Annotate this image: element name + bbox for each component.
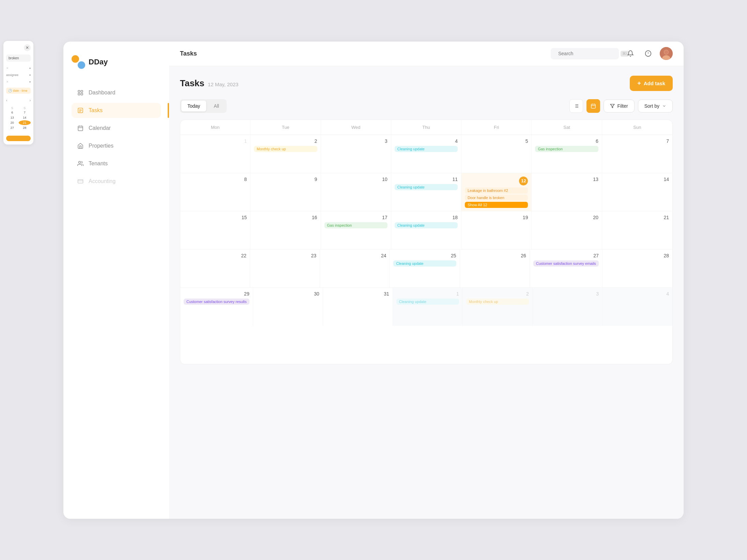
event-survey-results[interactable]: Customer satisfaction survey results	[184, 299, 249, 305]
event-survey-emails[interactable]: Customer satisfaction survey emails	[533, 260, 599, 267]
filter-row-2: assignee ▾	[6, 73, 31, 77]
add-task-button[interactable]: + Add task	[630, 76, 673, 91]
event-gas-inspection-2[interactable]: Gas inspection	[324, 222, 387, 228]
filter-button[interactable]: Filter	[604, 100, 635, 112]
mini-day-28[interactable]: 28	[19, 125, 31, 130]
sidebar-label-calendar: Calendar	[89, 125, 111, 131]
event-cleaning-1[interactable]: Cleaning update	[395, 146, 458, 152]
day-num-19: 19	[465, 215, 528, 220]
sidebar-item-calendar[interactable]: Calendar	[72, 121, 161, 136]
cell-w1-sun: 7	[602, 135, 672, 173]
svg-rect-0	[78, 90, 80, 92]
day-num-4: 4	[395, 138, 458, 144]
cal-prev-button[interactable]: ‹	[6, 99, 7, 102]
cell-w1-thu: 4 Cleaning update	[391, 135, 461, 173]
event-show-all[interactable]: Show All 12	[465, 202, 528, 208]
mini-day-13[interactable]: 13	[6, 115, 18, 120]
event-monthly-checkup-1[interactable]: Monthly check up	[254, 146, 317, 152]
svg-rect-30	[591, 104, 595, 108]
sidebar-item-tenants[interactable]: Tenants	[72, 156, 161, 171]
chevron-down-icon-3[interactable]: ▾	[29, 80, 31, 84]
mini-day-14[interactable]: 14	[19, 115, 31, 120]
event-monthly-checkup-2[interactable]: Monthly check up	[466, 299, 529, 305]
mini-day-27[interactable]: 27	[6, 125, 18, 130]
sidebar-item-tasks[interactable]: Tasks	[72, 103, 161, 118]
day-num-24: 24	[323, 253, 386, 258]
tenants-icon	[77, 160, 84, 167]
info-icon	[645, 50, 652, 57]
day-num-18: 18	[395, 215, 458, 220]
day-num-2-next: 2	[466, 291, 529, 297]
mini-day-21[interactable]: 21	[19, 120, 31, 125]
filter-row-3: ✕ ▾	[6, 80, 31, 84]
day-num-3: 3	[324, 138, 387, 144]
event-door-handle[interactable]: Door handle is broken	[465, 195, 528, 201]
avatar[interactable]	[660, 47, 673, 60]
cell-w2-sun: 14	[602, 173, 672, 211]
date-time-filter[interactable]: 🕐 date - time	[6, 88, 31, 94]
cell-w4-tue: 23	[250, 249, 320, 287]
close-panel-button[interactable]: ✕	[24, 44, 31, 51]
cal-nav: ‹ ›	[6, 99, 31, 102]
chevron-down-icon-2[interactable]: ▾	[29, 74, 31, 77]
chevron-down-icon-1[interactable]: ▾	[29, 67, 31, 70]
sidebar-label-properties: Properties	[89, 143, 113, 149]
sidebar-item-accounting[interactable]: Accounting	[72, 174, 161, 189]
cell-w2-mon: 8	[180, 173, 250, 211]
mini-day-6[interactable]: 6	[6, 110, 18, 115]
list-view-button[interactable]	[569, 99, 583, 113]
day-num-25: 25	[393, 253, 456, 258]
main-content: Tasks ⌘/	[169, 42, 684, 519]
cell-w2-sat: 13	[532, 173, 602, 211]
day-num-28: 28	[606, 253, 669, 258]
event-cleaning-4[interactable]: Cleaning update	[393, 260, 456, 267]
mini-day-7[interactable]: 7	[19, 110, 31, 115]
event-cleaning-2[interactable]: Cleaning update	[395, 184, 458, 190]
cell-w3-fri: 19	[461, 211, 532, 249]
search-input[interactable]	[558, 51, 618, 56]
cell-w5-sat: 3	[533, 288, 603, 326]
search-box[interactable]: ⌘/	[551, 48, 619, 59]
filter-text: broken	[9, 56, 19, 60]
event-gas-inspection-1[interactable]: Gas inspection	[535, 146, 598, 152]
cell-w1-mon: 1	[180, 135, 250, 173]
day-num-16: 16	[254, 215, 317, 220]
notifications-button[interactable]	[624, 47, 637, 60]
day-num-30: 30	[257, 291, 319, 297]
event-cleaning-5[interactable]: Cleaning update	[396, 299, 459, 305]
svg-rect-3	[81, 93, 83, 95]
sidebar-label-accounting: Accounting	[89, 178, 116, 184]
day-header-s1: S	[6, 106, 18, 110]
list-icon	[574, 103, 579, 109]
calendar-view-icon	[591, 103, 596, 109]
day-header-s2: S	[19, 106, 31, 110]
cell-w4-sat: 27 Customer satisfaction survey emails	[530, 249, 603, 287]
info-button[interactable]	[642, 47, 654, 60]
day-num-3-next: 3	[536, 291, 599, 297]
mini-day-20[interactable]: 20	[6, 120, 18, 125]
filter-search-box[interactable]: broken	[6, 55, 31, 62]
sidebar-item-dashboard[interactable]: Dashboard	[72, 85, 161, 100]
calendar-week-3: 15 16 17 Gas inspection 18 Cleaning upda…	[180, 211, 672, 249]
tab-all[interactable]: All	[208, 101, 225, 111]
day-num-9: 9	[254, 177, 317, 182]
sidebar-item-properties[interactable]: Properties	[72, 138, 161, 153]
cell-w1-wed: 3	[321, 135, 391, 173]
accounting-icon	[77, 178, 84, 185]
calendar-view-button[interactable]	[586, 99, 600, 113]
apply-filter-button[interactable]	[6, 136, 31, 141]
day-num-13: 13	[535, 177, 598, 182]
event-leakage[interactable]: Leakage in bathroom #2	[465, 187, 528, 194]
cell-w5-mon: 29 Customer satisfaction survey results	[180, 288, 253, 326]
tab-today[interactable]: Today	[181, 101, 206, 111]
cell-w2-thu: 11 Cleaning update	[391, 173, 461, 211]
cal-next-button[interactable]: ›	[30, 99, 31, 102]
day-num-27: 27	[533, 253, 599, 258]
event-cleaning-3[interactable]: Cleaning update	[395, 222, 458, 228]
calendar-week-4: 22 23 24 25 Cleaning update 26 27 Custom…	[180, 249, 672, 288]
day-num-12-today: 12	[519, 177, 528, 185]
page-content: Tasks 12 May, 2023 + Add task Today All	[169, 66, 684, 519]
day-num-14: 14	[606, 177, 669, 182]
sort-button[interactable]: Sort by	[638, 100, 673, 112]
day-num-10: 10	[324, 177, 387, 182]
